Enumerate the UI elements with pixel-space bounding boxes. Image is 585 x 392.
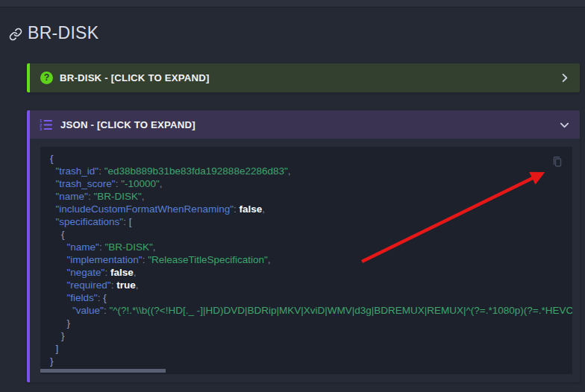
svg-text:3: 3 [40, 127, 42, 131]
admonition-question: ? BR-DISK - [CLICK TO EXPAND] [27, 63, 580, 92]
numbered-list-icon: 1 2 3 [39, 118, 53, 132]
permalink-chain-icon[interactable] [9, 26, 22, 41]
admonition-json: 1 2 3 JSON - [CLICK TO EXPAND] { "trash_… [27, 110, 580, 382]
json-code-content: { "trash_id": "ed38b889b31be83fda192888e… [50, 152, 572, 367]
question-mark-icon: ? [40, 72, 53, 84]
page-title: BR-DISK [9, 23, 98, 43]
top-nav-edge [0, 0, 585, 7]
chevron-down-icon [559, 119, 570, 130]
json-expander-header[interactable]: 1 2 3 JSON - [CLICK TO EXPAND] [30, 110, 580, 139]
page-title-text: BR-DISK [28, 23, 98, 43]
copy-to-clipboard-button[interactable] [550, 155, 563, 168]
question-expander-header[interactable]: ? BR-DISK - [CLICK TO EXPAND] [30, 63, 580, 92]
horizontal-scrollbar-thumb[interactable] [40, 369, 166, 373]
json-code-block: { "trash_id": "ed38b889b31be83fda192888e… [40, 147, 572, 374]
json-expander-label: JSON - [CLICK TO EXPAND] [60, 119, 195, 130]
question-expander-label: BR-DISK - [CLICK TO EXPAND] [60, 72, 210, 83]
chevron-right-icon [559, 72, 570, 83]
